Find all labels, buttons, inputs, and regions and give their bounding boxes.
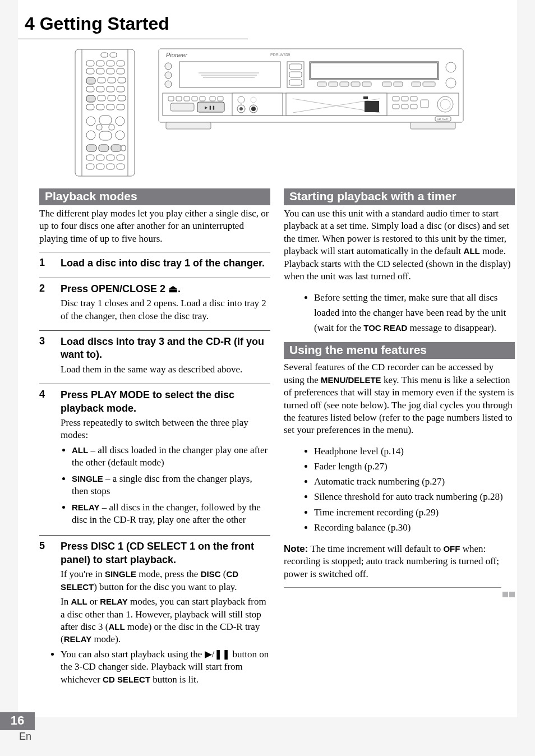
list-item: Time increment recording (p.29) — [314, 505, 515, 520]
play-mode-list: ALL – all discs loaded in the changer pl… — [61, 444, 270, 527]
svg-rect-14 — [98, 77, 105, 83]
svg-rect-100 — [402, 96, 408, 101]
svg-rect-39 — [111, 145, 121, 151]
mode-val: – all discs in the changer, followed by … — [72, 502, 261, 525]
svg-point-54 — [165, 81, 172, 87]
step-desc: Load them in the same way as described a… — [61, 363, 270, 376]
svg-point-32 — [116, 131, 124, 140]
svg-text:PDR-W839: PDR-W839 — [270, 53, 290, 57]
svg-rect-10 — [96, 68, 104, 74]
section-header-timer: Starting playback with a timer — [284, 188, 515, 205]
svg-rect-9 — [86, 68, 94, 74]
svg-rect-72 — [382, 82, 391, 86]
svg-rect-98 — [363, 96, 368, 99]
step-number: 5 — [39, 540, 49, 689]
svg-rect-105 — [421, 100, 428, 108]
svg-rect-48 — [117, 164, 124, 169]
svg-rect-43 — [107, 155, 114, 160]
svg-rect-82 — [210, 96, 215, 101]
step-desc: Disc tray 1 closes and 2 opens. Load a d… — [61, 297, 270, 322]
step-2: 2 Press OPEN/CLOSE 2 ⏏. Disc tray 1 clos… — [39, 278, 270, 330]
svg-rect-12 — [117, 68, 124, 74]
svg-rect-11 — [107, 68, 114, 74]
page-number: 16 — [0, 712, 35, 730]
svg-point-53 — [165, 72, 172, 79]
list-item: Headphone level (p.14) — [314, 444, 515, 459]
right-column: Starting playback with a timer You can u… — [284, 188, 515, 695]
svg-rect-35 — [96, 125, 102, 130]
svg-rect-6 — [96, 61, 104, 66]
svg-rect-23 — [108, 95, 116, 101]
svg-rect-64 — [311, 63, 437, 79]
svg-rect-73 — [394, 82, 403, 86]
step-title: Press DISC 1 (CD SELECT 1 on the front p… — [61, 540, 270, 566]
svg-rect-34 — [99, 131, 112, 140]
svg-point-29 — [86, 117, 95, 126]
list-item: ALL – all discs loaded in the changer pl… — [72, 444, 270, 469]
front-panel-illustration: Pioneer PDR-W839 — [158, 48, 464, 132]
menu-feature-list: Headphone level (p.14) Fader length (p.2… — [284, 444, 515, 535]
language-label: En — [19, 731, 31, 743]
svg-rect-75 — [423, 82, 435, 86]
svg-rect-45 — [86, 164, 94, 169]
mode-key: RELAY — [72, 503, 99, 512]
mode-val: – all discs loaded in the changer play o… — [72, 445, 268, 468]
svg-rect-4 — [110, 53, 117, 57]
svg-rect-19 — [107, 86, 114, 92]
svg-rect-25 — [86, 104, 94, 110]
svg-rect-46 — [96, 164, 104, 169]
svg-rect-102 — [393, 104, 399, 109]
step-desc: Press repeatedly to switch between the t… — [61, 417, 270, 442]
svg-rect-103 — [402, 104, 408, 109]
svg-point-65 — [446, 62, 456, 72]
svg-rect-36 — [109, 125, 114, 130]
mode-key: ALL — [72, 445, 88, 455]
svg-point-107 — [440, 99, 450, 109]
svg-rect-16 — [118, 77, 126, 83]
svg-point-52 — [165, 63, 172, 70]
list-item: Automatic track numbering (p.27) — [314, 474, 515, 489]
remote-illustration — [74, 48, 136, 177]
note-text: Note: The time increment will default to… — [284, 543, 515, 580]
svg-rect-44 — [117, 155, 124, 160]
svg-rect-22 — [98, 95, 105, 101]
timer-intro: You can use this unit with a standard au… — [284, 208, 515, 283]
mode-key: SINGLE — [72, 474, 103, 483]
svg-rect-7 — [107, 61, 114, 66]
svg-rect-21 — [86, 95, 95, 102]
step-5: 5 Press DISC 1 (CD SELECT 1 on the front… — [39, 535, 270, 695]
svg-point-93 — [251, 107, 256, 111]
list-item: Fader length (p.27) — [314, 459, 515, 474]
svg-rect-68 — [329, 82, 338, 86]
list-item: Recording balance (p.30) — [314, 520, 515, 535]
svg-rect-101 — [411, 96, 417, 101]
svg-text:▶ ❚❚: ▶ ❚❚ — [205, 105, 215, 110]
step-3: 3 Load discs into tray 3 and the CD-R (i… — [39, 330, 270, 384]
svg-rect-84 — [170, 103, 194, 111]
svg-rect-24 — [118, 95, 126, 101]
svg-point-30 — [116, 117, 124, 126]
step-title: Load discs into tray 3 and the CD-R (if … — [61, 335, 270, 362]
chapter-title: 4 Getting Started — [18, 13, 517, 39]
svg-rect-37 — [86, 145, 96, 151]
svg-rect-83 — [218, 96, 223, 101]
list-item: You can also start playback using the ▶/… — [61, 648, 270, 686]
list-item: Silence threshold for auto track numberi… — [314, 489, 515, 504]
svg-rect-41 — [86, 155, 94, 160]
svg-rect-0 — [75, 49, 135, 176]
step5-bullet-list: You can also start playback using the ▶/… — [49, 648, 270, 686]
section-header-menu: Using the menu features — [284, 342, 515, 359]
svg-rect-62 — [289, 80, 302, 85]
svg-rect-47 — [107, 164, 114, 169]
svg-rect-111 — [411, 122, 455, 129]
svg-rect-40 — [121, 145, 126, 151]
svg-rect-80 — [192, 96, 197, 101]
playback-intro: The different play modes let you play ei… — [39, 208, 270, 245]
list-item: Before setting the timer, make sure that… — [314, 290, 515, 336]
svg-rect-60 — [289, 64, 302, 70]
svg-rect-104 — [411, 104, 417, 109]
svg-rect-74 — [412, 82, 421, 86]
svg-rect-61 — [289, 72, 302, 77]
svg-point-89 — [251, 97, 256, 103]
step-desc: In ALL or RELAY modes, you can start pla… — [61, 596, 270, 646]
